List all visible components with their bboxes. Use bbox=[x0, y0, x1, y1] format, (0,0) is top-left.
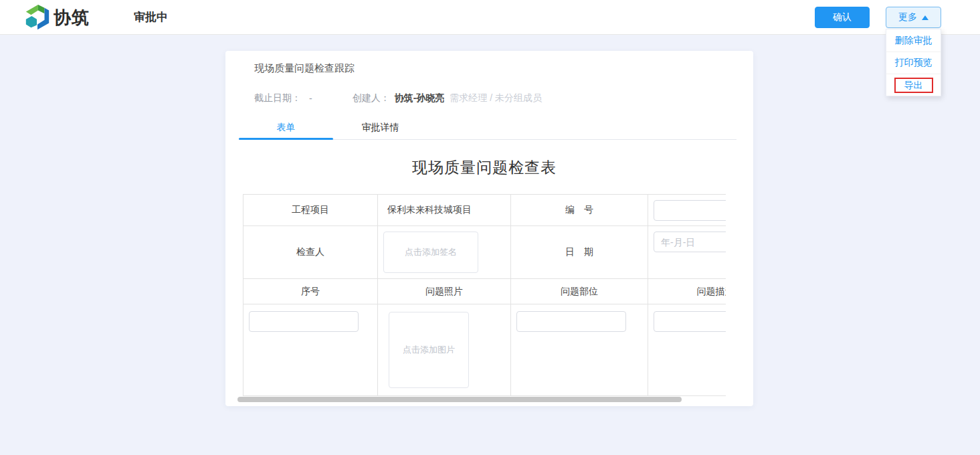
desc-label-cell: 问题描述 bbox=[648, 279, 726, 304]
approval-title: 现场质量问题检查跟踪 bbox=[254, 62, 355, 75]
number-label-cell: 编 号 bbox=[511, 195, 648, 226]
signature-upload-box[interactable]: 点击添加签名 bbox=[383, 232, 478, 273]
table-row: 点击添加图片 bbox=[243, 304, 726, 396]
approval-meta: 截止日期： - 创建人： 协筑-孙晓亮 需求经理 / 未分组成员 bbox=[254, 92, 542, 104]
logo-hexagon-icon bbox=[24, 3, 51, 31]
creator-role: 需求经理 / 未分组成员 bbox=[450, 92, 542, 104]
seq-input[interactable] bbox=[249, 311, 359, 332]
logo-text: 协筑 bbox=[54, 6, 90, 29]
logo: 协筑 bbox=[24, 3, 90, 31]
desc-input-cell bbox=[648, 304, 726, 396]
horizontal-scrollbar-thumb[interactable] bbox=[237, 397, 682, 402]
dropdown-item-print-preview[interactable]: 打印预览 bbox=[886, 52, 941, 74]
date-input-cell bbox=[648, 226, 726, 279]
location-label-cell: 问题部位 bbox=[511, 279, 648, 304]
form-title: 现场质量问题检查表 bbox=[243, 157, 726, 178]
deadline-value: - bbox=[309, 93, 312, 104]
tab-bar: 表单 审批详情 bbox=[239, 115, 427, 139]
approval-card: 现场质量问题检查跟踪 截止日期： - 创建人： 协筑-孙晓亮 需求经理 / 未分… bbox=[225, 51, 753, 406]
desc-input[interactable] bbox=[654, 311, 726, 332]
date-label-cell: 日 期 bbox=[511, 226, 648, 279]
confirm-button-label: 确认 bbox=[833, 11, 852, 23]
tab-approval-detail[interactable]: 审批详情 bbox=[333, 115, 427, 139]
more-button[interactable]: 更多 bbox=[886, 7, 941, 28]
project-label-cell: 工程项目 bbox=[243, 195, 378, 226]
form-table: 工程项目 保利未来科技城项目 编 号 检查人 点击添加签名 日 期 bbox=[243, 194, 726, 396]
photo-upload-box[interactable]: 点击添加图片 bbox=[389, 312, 469, 388]
dropdown-item-export[interactable]: 导出 bbox=[886, 74, 941, 96]
date-input[interactable] bbox=[654, 232, 726, 252]
more-dropdown-menu: 删除审批 打印预览 导出 bbox=[886, 29, 941, 96]
export-highlight-box: 导出 bbox=[894, 78, 933, 93]
form-table-viewport: 工程项目 保利未来科技城项目 编 号 检查人 点击添加签名 日 期 bbox=[243, 194, 726, 397]
active-tab-underline bbox=[239, 138, 333, 140]
number-input[interactable] bbox=[654, 200, 726, 221]
photo-label-cell: 问题照片 bbox=[378, 279, 511, 304]
app-header: 协筑 审批中 确认 更多 bbox=[0, 0, 980, 35]
project-value-cell: 保利未来科技城项目 bbox=[378, 195, 511, 226]
creator-label: 创建人： bbox=[353, 92, 390, 104]
more-button-label: 更多 bbox=[898, 11, 917, 23]
location-input[interactable] bbox=[516, 311, 626, 332]
confirm-button[interactable]: 确认 bbox=[815, 7, 870, 28]
seq-label-cell: 序号 bbox=[243, 279, 378, 304]
deadline-label: 截止日期： bbox=[254, 92, 301, 104]
caret-up-icon bbox=[922, 15, 928, 20]
photo-cell: 点击添加图片 bbox=[378, 304, 511, 396]
tab-form[interactable]: 表单 bbox=[239, 115, 333, 139]
dropdown-item-delete-approval[interactable]: 删除审批 bbox=[886, 29, 941, 52]
page-title: 审批中 bbox=[134, 0, 168, 35]
number-input-cell bbox=[648, 195, 726, 226]
seq-input-cell bbox=[243, 304, 378, 396]
table-row: 工程项目 保利未来科技城项目 编 号 bbox=[243, 195, 726, 226]
inspector-label-cell: 检查人 bbox=[243, 226, 378, 279]
table-row: 序号 问题照片 问题部位 问题描述 bbox=[243, 279, 726, 304]
location-input-cell bbox=[511, 304, 648, 396]
creator-name: 协筑-孙晓亮 bbox=[395, 92, 445, 104]
table-row: 检查人 点击添加签名 日 期 bbox=[243, 226, 726, 279]
signature-cell: 点击添加签名 bbox=[378, 226, 511, 279]
